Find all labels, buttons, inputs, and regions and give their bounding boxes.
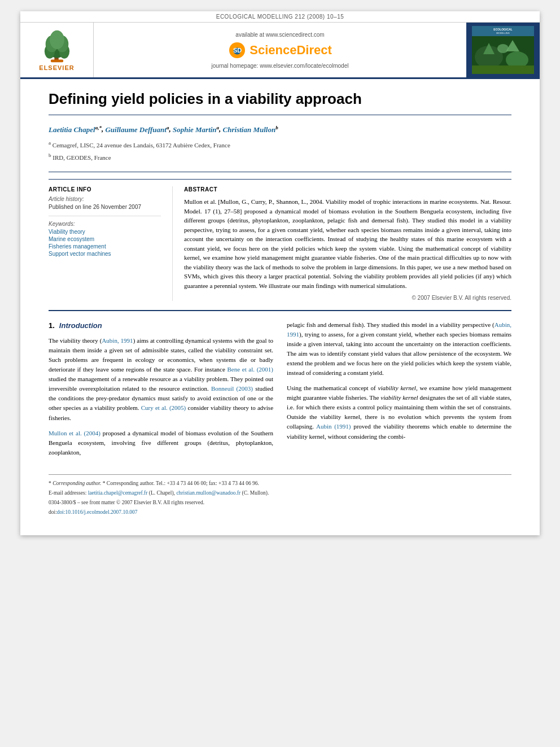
author-2-link[interactable]: Guillaume Deffuant [105, 125, 166, 134]
affil-divider [49, 172, 511, 172]
svg-rect-15 [472, 65, 534, 74]
main-content: Defining yield policies in a viability a… [20, 79, 540, 535]
journal-homepage: journal homepage: www.elsevier.com/locat… [212, 63, 349, 69]
keyword-3: Fisheries management [49, 243, 161, 250]
keyword-2: Marine ecosystem [49, 236, 161, 242]
journal-citation: ECOLOGICAL MODELLING 212 (2008) 10–15 [216, 14, 344, 20]
keyword-1: Viability theory [49, 229, 161, 235]
sciencedirect-text: ScienceDirect [250, 43, 332, 58]
journal-cover-inner: ECOLOGICALMODELLING ECOLOGICAL MODELLING [472, 26, 534, 74]
available-text: available at www.sciencedirect.com [235, 32, 324, 38]
body-col-left: 1. Introduction The viability theory (Au… [49, 320, 273, 463]
author-1: Laetitia Chapela,* [49, 125, 102, 134]
footnote-email: E-mail addresses: laetitia.chapel@cemagr… [49, 489, 511, 497]
intro-para-2: Mullon et al. (2004) proposed a dynamica… [49, 429, 273, 457]
section-title: Introduction [59, 320, 102, 331]
affiliation-b: b IRD, GEODES, France [49, 151, 511, 163]
direct-text: Direct [296, 43, 331, 57]
author-2: Guillaume Deffuanta [105, 125, 169, 134]
author-2-sup: a [167, 124, 169, 130]
author-3-link[interactable]: Sophie Martin [173, 125, 217, 134]
author-1-sup: a,* [95, 124, 102, 130]
footnotes: * Corresponding author. * Corresponding … [49, 474, 511, 517]
affil-a-text: Cemagref, LISC, 24 avenue des Landais, 6… [53, 141, 230, 148]
email-chapel[interactable]: laetitia.chapel@cemagref.fr [88, 490, 148, 496]
keywords-label: Keywords: [49, 221, 161, 227]
author-4-sup: b [275, 124, 278, 130]
page: ECOLOGICAL MODELLING 212 (2008) 10–15 [20, 11, 540, 535]
author-3: Sophie Martina [173, 125, 219, 134]
journal-bar: ECOLOGICAL MODELLING 212 (2008) 10–15 [20, 11, 540, 23]
history-label: Article history: [49, 196, 161, 202]
bene-2001-ref[interactable]: Bene et al. (2001) [228, 366, 274, 373]
affil-b-sup: b [49, 152, 51, 158]
body-content: 1. Introduction The viability theory (Au… [49, 320, 511, 463]
header: ELSEVIER available at www.sciencedirect.… [20, 23, 540, 79]
body-col-right: pelagic fish and demersal fish). They st… [287, 320, 511, 463]
sciencedirect-icon: SD [228, 41, 246, 59]
corresponding-em: Corresponding author. [53, 480, 101, 486]
doi-link[interactable]: doi:10.1016/j.ecolmodel.2007.10.007 [57, 509, 138, 515]
copyright-line: © 2007 Elsevier B.V. All rights reserved… [184, 295, 511, 301]
email-mullon[interactable]: christian.mullon@wanadoo.fr [176, 490, 240, 496]
corresponding-contact: * Corresponding author. Tel.: +33 4 73 4… [103, 480, 259, 486]
aubin-1991-ref-2[interactable]: Aubin, 1991 [287, 321, 511, 338]
journal-cover-area: ECOLOGICALMODELLING ECOLOGICAL MODELLING [466, 23, 540, 77]
viability-kernel-em-2: viability kernel [380, 394, 418, 401]
svg-point-18 [497, 44, 509, 53]
elsevier-logo: ELSEVIER [34, 29, 80, 71]
section-divider [49, 310, 511, 311]
abstract-section: ABSTRACT Mullon et al. [Mullon, G., Curr… [173, 186, 511, 301]
article-title: Defining yield policies in a viability a… [49, 90, 511, 115]
affil-b-text: IRD, GEODES, France [53, 154, 111, 160]
authors-line: Laetitia Chapela,*, Guillaume Deffuanta,… [49, 124, 511, 134]
abstract-text: Mullon et al. [Mullon, G., Curry, P., Sh… [184, 197, 511, 290]
published-date: Published on line 26 November 2007 [49, 204, 161, 210]
elsevier-logo-area: ELSEVIER [20, 23, 94, 77]
author-4-link[interactable]: Christian Mullon [223, 125, 276, 134]
aubin-1991-ref-1[interactable]: Aubin, 1991 [102, 337, 133, 344]
aubin-1991-ref-3[interactable]: Aubin (1991) [316, 423, 351, 430]
viability-kernel-em-1: viability kernel [378, 385, 416, 391]
intro-para-3: pelagic fish and demersal fish). They st… [287, 320, 511, 378]
sciencedirect-logo: SD ScienceDirect [228, 41, 332, 59]
intro-heading: 1. Introduction [49, 320, 273, 331]
cury-2005-ref[interactable]: Cury et al. (2005) [141, 404, 186, 411]
abstract-title: ABSTRACT [184, 186, 511, 193]
article-info-title: ARTICLE INFO [49, 186, 161, 193]
footnote-issn: 0304-3800/$ – see front matter © 2007 El… [49, 499, 511, 506]
author-1-link[interactable]: Laetitia Chapel [49, 125, 95, 134]
svg-point-6 [50, 30, 64, 49]
svg-text:SD: SD [233, 47, 242, 54]
svg-text:ECOLOGICAL: ECOLOGICAL [493, 28, 512, 31]
author-4: Christian Mullonb [223, 125, 278, 134]
svg-text:MODELLING: MODELLING [496, 32, 510, 34]
corresponding-label: * Corresponding author. [49, 480, 103, 486]
author-3-sup: a [217, 124, 220, 130]
elsevier-text: ELSEVIER [34, 64, 80, 71]
journal-cover: ECOLOGICALMODELLING ECOLOGICAL MODELLING [472, 26, 534, 74]
bonneuil-2003-ref[interactable]: Bonneuil (2003) [211, 385, 253, 392]
doi-text: doi:10.1016/j.ecolmodel.2007.10.007 [57, 509, 138, 515]
keywords-section: Keywords: Viability theory Marine ecosys… [49, 216, 161, 257]
elsevier-tree-icon [34, 29, 80, 63]
section-number: 1. [49, 320, 55, 331]
cover-image: ECOLOGICAL MODELLING [472, 26, 534, 74]
svg-rect-7 [50, 59, 63, 62]
intro-para-4: Using the mathematical concept of viabil… [287, 383, 511, 441]
intro-para-1: The viability theory (Aubin, 1991) aims … [49, 336, 273, 422]
affiliation-a: a Cemagref, LISC, 24 avenue des Landais,… [49, 139, 511, 150]
article-info-abstract: ARTICLE INFO Article history: Published … [49, 179, 511, 301]
mullon-2004-ref[interactable]: Mullon et al. (2004) [49, 430, 100, 436]
article-info: ARTICLE INFO Article history: Published … [49, 186, 173, 301]
footnote-corresponding: * Corresponding author. * Corresponding … [49, 479, 511, 487]
affiliations: a Cemagref, LISC, 24 avenue des Landais,… [49, 139, 511, 163]
footnote-doi: doi:doi:10.1016/j.ecolmodel.2007.10.007 [49, 508, 511, 516]
affil-a-sup: a [49, 140, 51, 146]
header-center: available at www.sciencedirect.com SD Sc… [94, 23, 466, 77]
keyword-4: Support vector machines [49, 251, 161, 257]
science-text: Science [250, 43, 296, 57]
